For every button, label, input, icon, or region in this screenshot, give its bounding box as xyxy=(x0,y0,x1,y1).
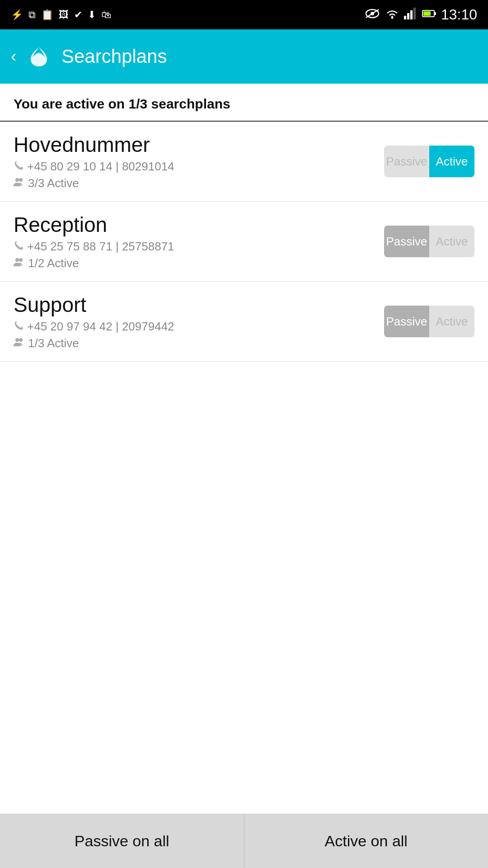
summary-text: You are active on 1/3 searchplans xyxy=(14,96,230,111)
plan-info: Hovednummer +45 80 29 10 14 | 80291014 xyxy=(14,132,174,190)
toggle-passive[interactable]: Passive xyxy=(384,306,429,337)
toggle-active[interactable]: Active xyxy=(429,306,474,337)
svg-point-14 xyxy=(19,258,23,262)
phone-icon xyxy=(14,321,23,333)
svg-rect-10 xyxy=(423,11,431,16)
phone-icon xyxy=(14,160,23,173)
app-title: Searchplans xyxy=(61,46,167,67)
plans-list: Hovednummer +45 80 29 10 14 | 80291014 xyxy=(0,122,488,588)
people-icon xyxy=(14,177,24,190)
plan-name: Reception xyxy=(14,212,174,237)
plan-phone: +45 25 75 88 71 | 25758871 xyxy=(14,240,174,254)
svg-rect-6 xyxy=(410,10,413,19)
eye-crossed-icon xyxy=(364,8,380,22)
usb-icon: ⚡ xyxy=(11,9,23,21)
toggle-active[interactable]: Active xyxy=(429,146,474,177)
wifi-icon xyxy=(385,8,399,22)
plan-info: Support +45 20 97 94 42 | 20979442 xyxy=(14,292,174,350)
plan-name: Hovednummer xyxy=(14,132,174,157)
svg-rect-9 xyxy=(434,12,436,15)
toggle-switch[interactable]: Passive Active xyxy=(384,146,474,177)
svg-rect-5 xyxy=(407,13,409,19)
svg-point-3 xyxy=(391,16,393,19)
plan-phone: +45 80 29 10 14 | 80291014 xyxy=(14,160,174,174)
people-icon xyxy=(14,257,24,270)
plan-info: Reception +45 25 75 88 71 | 25758871 xyxy=(14,212,174,270)
status-icons-right: 13:10 xyxy=(364,6,477,23)
signal-icon xyxy=(404,8,418,22)
svg-point-15 xyxy=(15,338,19,342)
plan-item: Reception +45 25 75 88 71 | 25758871 xyxy=(0,202,488,282)
plan-item: Support +45 20 97 94 42 | 20979442 xyxy=(0,282,488,362)
bag-icon: 🛍 xyxy=(101,9,111,21)
toggle-passive[interactable]: Passive xyxy=(384,146,429,177)
active-on-all-button[interactable]: Active on all xyxy=(244,814,488,868)
copy-icon: ⧉ xyxy=(28,9,36,21)
image-icon: 🖼 xyxy=(59,9,69,21)
plan-active-count: 3/3 Active xyxy=(14,176,174,190)
plan-phone: +45 20 97 94 42 | 20979442 xyxy=(14,320,174,334)
summary-bar: You are active on 1/3 searchplans xyxy=(0,84,488,122)
toggle-switch[interactable]: Passive Active xyxy=(384,306,474,337)
svg-rect-4 xyxy=(404,16,406,19)
svg-point-13 xyxy=(15,258,19,262)
phone-icon xyxy=(14,241,23,253)
toggle-active[interactable]: Active xyxy=(429,226,474,257)
status-icons-left: ⚡ ⧉ 📋 🖼 ✔ ⬇ 🛍 xyxy=(11,9,111,21)
plan-active-count: 1/2 Active xyxy=(14,256,174,270)
status-bar: ⚡ ⧉ 📋 🖼 ✔ ⬇ 🛍 xyxy=(0,0,488,29)
people-icon xyxy=(14,337,24,350)
toggle-passive[interactable]: Passive xyxy=(384,226,429,257)
plan-active-count: 1/3 Active xyxy=(14,336,174,350)
battery-icon xyxy=(422,9,436,21)
download-icon: ⬇ xyxy=(88,9,96,21)
plan-item: Hovednummer +45 80 29 10 14 | 80291014 xyxy=(0,122,488,202)
app-bar: ‹ Searchplans xyxy=(0,29,488,84)
svg-rect-7 xyxy=(413,8,416,19)
back-button[interactable]: ‹ xyxy=(11,48,16,65)
svg-point-12 xyxy=(19,178,23,182)
passive-on-all-button[interactable]: Passive on all xyxy=(0,814,244,868)
bottom-buttons: Passive on all Active on all xyxy=(0,814,488,868)
app-logo xyxy=(25,43,52,70)
svg-point-16 xyxy=(19,338,23,342)
plan-name: Support xyxy=(14,292,174,317)
clock: 13:10 xyxy=(441,6,477,23)
svg-point-11 xyxy=(15,178,19,182)
toggle-switch[interactable]: Passive Active xyxy=(384,226,474,257)
screen-icon: ✔ xyxy=(74,9,82,21)
doc-icon: 📋 xyxy=(41,9,53,21)
